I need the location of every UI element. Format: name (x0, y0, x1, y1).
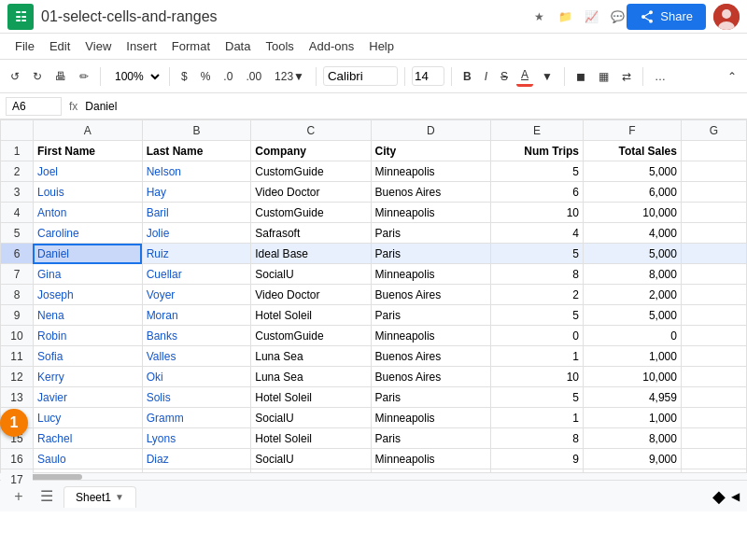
menu-view[interactable]: View (78, 36, 119, 56)
cell-e16[interactable]: 9 (490, 449, 583, 469)
zoom-select[interactable]: 100% (107, 67, 162, 86)
cell-c5[interactable]: Safrasoft (251, 223, 371, 244)
col-header-d[interactable]: D (371, 120, 490, 141)
menu-format[interactable]: Format (164, 36, 218, 56)
avatar[interactable] (713, 4, 740, 30)
cell-c8[interactable]: Video Doctor (251, 285, 371, 305)
formula-input[interactable] (85, 100, 741, 113)
folder-icon[interactable]: 📁 (556, 7, 574, 26)
cell-b1[interactable]: Last Name (142, 141, 251, 161)
cell-b12[interactable]: Oki (142, 367, 251, 387)
cell-g12[interactable] (681, 367, 746, 387)
cell-g15[interactable] (681, 428, 746, 449)
cell-c6[interactable]: Ideal Base (251, 244, 371, 264)
cell-d2[interactable]: Minneapolis (371, 161, 490, 182)
cell-b11[interactable]: Valles (142, 346, 251, 367)
cell-c16[interactable]: SocialU (251, 449, 371, 469)
cell-e2[interactable]: 5 (490, 161, 583, 182)
decimal-dec-button[interactable]: .0 (218, 67, 237, 86)
cell-f2[interactable]: 5,000 (584, 161, 682, 182)
cell-d8[interactable]: Buenos Aires (371, 285, 490, 305)
sheet-tab-sheet1[interactable]: Sheet1 ▼ (63, 486, 136, 508)
cell-c9[interactable]: Hotel Soleil (251, 305, 371, 326)
cell-a7[interactable]: Gina (33, 264, 142, 285)
underline-button[interactable]: A (516, 65, 533, 87)
cell-f6[interactable]: 5,000 (584, 244, 682, 264)
cell-d4[interactable]: Minneapolis (371, 203, 490, 223)
cell-f5[interactable]: 4,000 (584, 223, 682, 244)
cell-f14[interactable]: 1,000 (584, 408, 682, 428)
cell-e8[interactable]: 2 (490, 285, 583, 305)
cell-c1[interactable]: Company (251, 141, 371, 161)
cell-c13[interactable]: Hotel Soleil (251, 387, 371, 408)
chat-icon[interactable]: 💬 (608, 7, 627, 26)
cell-f13[interactable]: 4,959 (584, 387, 682, 408)
font-size-select[interactable] (412, 66, 444, 86)
cell-g10[interactable] (681, 326, 746, 346)
cell-b4[interactable]: Baril (142, 203, 251, 223)
cell-e13[interactable]: 5 (490, 387, 583, 408)
cell-e9[interactable]: 5 (490, 305, 583, 326)
menu-insert[interactable]: Insert (119, 36, 164, 56)
list-sheets-button[interactable]: ☰ (35, 485, 58, 508)
cell-a6[interactable]: Daniel (33, 244, 142, 264)
cell-f15[interactable]: 8,000 (584, 428, 682, 449)
menu-tools[interactable]: Tools (258, 36, 301, 56)
undo-button[interactable]: ↺ (6, 67, 24, 86)
cell-g7[interactable] (681, 264, 746, 285)
more-button[interactable]: … (650, 67, 670, 86)
cell-a2[interactable]: Joel (33, 161, 142, 182)
percent-button[interactable]: % (196, 67, 216, 86)
cell-a5[interactable]: Caroline (33, 223, 142, 244)
cell-g11[interactable] (681, 346, 746, 367)
cell-g1[interactable] (681, 141, 746, 161)
tutorial-badge[interactable]: 1 (0, 409, 28, 437)
cell-e12[interactable]: 10 (490, 367, 583, 387)
cell-e6[interactable]: 5 (490, 244, 583, 264)
cell-b8[interactable]: Voyer (142, 285, 251, 305)
cell-b15[interactable]: Lyons (142, 428, 251, 449)
cell-f11[interactable]: 1,000 (584, 346, 682, 367)
cell-g2[interactable] (681, 161, 746, 182)
cell-a11[interactable]: Sofia (33, 346, 142, 367)
cell-b5[interactable]: Jolie (142, 223, 251, 244)
cell-f7[interactable]: 8,000 (584, 264, 682, 285)
cell-g8[interactable] (681, 285, 746, 305)
cell-d16[interactable]: Minneapolis (371, 449, 490, 469)
cell-c10[interactable]: CustomGuide (251, 326, 371, 346)
cell-b6[interactable]: Ruiz (142, 244, 251, 264)
cell-g14[interactable] (681, 408, 746, 428)
currency-button[interactable]: $ (176, 67, 192, 86)
cell-a13[interactable]: Javier (33, 387, 142, 408)
print-button[interactable]: 🖶 (50, 67, 71, 86)
cell-c3[interactable]: Video Doctor (251, 182, 371, 203)
cell-f16[interactable]: 9,000 (584, 449, 682, 469)
cell-d13[interactable]: Paris (371, 387, 490, 408)
borders-button[interactable]: ▦ (594, 67, 613, 86)
cell-a10[interactable]: Robin (33, 326, 142, 346)
explore-button[interactable]: ◆ (712, 486, 726, 507)
col-header-b[interactable]: B (142, 120, 251, 141)
cell-b14[interactable]: Gramm (142, 408, 251, 428)
cell-f9[interactable]: 5,000 (584, 305, 682, 326)
cell-a12[interactable]: Kerry (33, 367, 142, 387)
redo-button[interactable]: ↻ (28, 67, 47, 86)
col-header-a[interactable]: A (33, 120, 142, 141)
menu-help[interactable]: Help (361, 36, 402, 56)
cell-f3[interactable]: 6,000 (584, 182, 682, 203)
cell-f12[interactable]: 10,000 (584, 367, 682, 387)
cell-b2[interactable]: Nelson (142, 161, 251, 182)
cell-e11[interactable]: 1 (490, 346, 583, 367)
cell-c14[interactable]: SocialU (251, 408, 371, 428)
col-header-g[interactable]: G (681, 120, 746, 141)
cell-g3[interactable] (681, 182, 746, 203)
italic-button[interactable]: I (480, 67, 492, 86)
strikethrough-button[interactable]: S (496, 67, 513, 86)
format-123-button[interactable]: 123▼ (270, 67, 309, 86)
paint-format-button[interactable]: ✏ (75, 67, 93, 86)
decimal-inc-button[interactable]: .00 (241, 67, 266, 86)
cell-c12[interactable]: Luna Sea (251, 367, 371, 387)
cell-a1[interactable]: First Name (33, 141, 142, 161)
cell-a16[interactable]: Saulo (33, 449, 142, 469)
cell-d15[interactable]: Paris (371, 428, 490, 449)
